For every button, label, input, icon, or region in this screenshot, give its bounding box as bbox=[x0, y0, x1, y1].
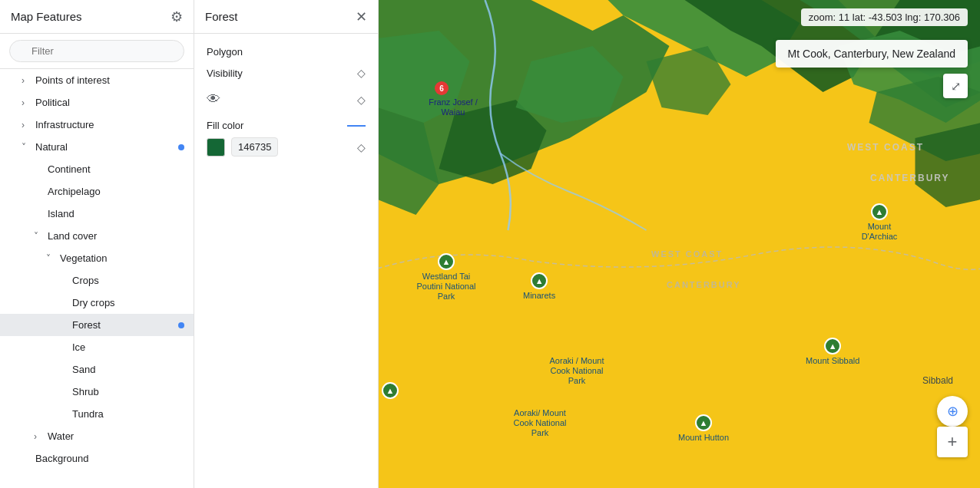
park-name-darchiac: Mount D'Archiac bbox=[849, 222, 910, 242]
sidebar-item-label: Archipelago bbox=[48, 186, 101, 197]
filter-wrap: ≡ bbox=[0, 34, 194, 69]
sidebar: Map Features ⚙ ≡ ›Points of interest›Pol… bbox=[0, 0, 194, 488]
sidebar-item-label: Points of interest bbox=[35, 74, 110, 86]
sidebar-item-water[interactable]: ›Water bbox=[0, 425, 194, 447]
fill-color-row: Fill color bbox=[207, 120, 366, 131]
polygon-section-title: Polygon bbox=[207, 46, 366, 58]
mount-hutton-marker: ▲ Mount Hutton bbox=[678, 414, 729, 443]
sidebar-item-crops[interactable]: Crops bbox=[0, 269, 194, 292]
color-hex-value[interactable]: 146735 bbox=[231, 137, 278, 157]
color-diamond-icon[interactable]: ◇ bbox=[357, 141, 366, 153]
westland-park-marker: ▲ Westland Tai Poutini National Park bbox=[416, 253, 477, 302]
sidebar-item-background[interactable]: Background bbox=[0, 447, 194, 470]
sidebar-item-infrastructure[interactable]: ›Infrastructure bbox=[0, 114, 194, 136]
sidebar-item-label: Dry crops bbox=[72, 297, 115, 308]
minarets-marker: ▲ Minarets bbox=[523, 272, 555, 301]
park-name-aoraki-2: Aoraki/ Mount Cook National Park bbox=[509, 408, 571, 439]
visibility-label: Visibility bbox=[207, 68, 243, 79]
sidebar-item-archipelago[interactable]: Archipelago bbox=[0, 180, 194, 203]
color-swatch[interactable] bbox=[207, 138, 225, 157]
fill-color-label: Fill color bbox=[207, 120, 243, 131]
park-badge-hutton: ▲ bbox=[695, 414, 712, 431]
sidebar-header: Map Features ⚙ bbox=[0, 0, 194, 34]
chevron-icon: › bbox=[22, 75, 31, 86]
sidebar-item-political[interactable]: ›Political bbox=[0, 91, 194, 114]
sidebar-item-label: Vegetation bbox=[60, 252, 107, 264]
park-badge-darchiac: ▲ bbox=[871, 203, 888, 220]
sidebar-item-label: Sand bbox=[72, 364, 95, 375]
sidebar-item-label: Island bbox=[48, 208, 74, 219]
sidebar-item-forest[interactable]: Forest bbox=[0, 314, 194, 336]
sidebar-item-points-of-interest[interactable]: ›Points of interest bbox=[0, 69, 194, 91]
sidebar-item-shrub[interactable]: Shrub bbox=[0, 381, 194, 403]
sidebar-item-tundra[interactable]: Tundra bbox=[0, 403, 194, 425]
park-name-aoraki-1: Aoraki / Mount Cook National Park bbox=[546, 356, 608, 387]
park-name-minarets: Minarets bbox=[523, 291, 555, 301]
aoraki-marker-2: Aoraki/ Mount Cook National Park bbox=[509, 407, 571, 439]
sidebar-item-sand[interactable]: Sand bbox=[0, 358, 194, 381]
location-badge: Mt Cook, Canterbury, New Zealand bbox=[776, 40, 968, 68]
sidebar-item-land-cover[interactable]: ˅Land cover bbox=[0, 225, 194, 247]
sidebar-item-dry-crops[interactable]: Dry crops bbox=[0, 292, 194, 314]
sidebar-item-label: Tundra bbox=[72, 408, 104, 420]
active-dot bbox=[178, 322, 184, 328]
park-name-westland: Westland Tai Poutini National Park bbox=[416, 272, 477, 302]
gear-icon[interactable]: ⚙ bbox=[171, 8, 183, 25]
mount-darchiac-marker: ▲ Mount D'Archiac bbox=[849, 203, 910, 242]
eye-diamond-icon[interactable]: ◇ bbox=[357, 94, 366, 106]
eye-icon[interactable]: 👁 bbox=[207, 91, 220, 107]
chevron-icon: ˅ bbox=[34, 231, 43, 242]
sidebar-item-label: Infrastructure bbox=[35, 119, 94, 130]
sidebar-item-label: Shrub bbox=[72, 386, 99, 397]
sidebar-item-label: Water bbox=[48, 430, 74, 442]
fullscreen-button[interactable]: ⤢ bbox=[943, 74, 968, 98]
filter-input[interactable] bbox=[9, 40, 184, 62]
mount-sibbald-marker: ▲ Mount Sibbald bbox=[806, 338, 859, 366]
sidebar-item-label: Continent bbox=[48, 163, 91, 175]
chevron-icon: ˅ bbox=[46, 253, 55, 264]
sidebar-item-label: Background bbox=[35, 453, 88, 464]
sidebar-tree: ›Points of interest›Political›Infrastruc… bbox=[0, 69, 194, 488]
visibility-row: Visibility ◇ bbox=[207, 67, 366, 79]
sidebar-item-label: Ice bbox=[72, 341, 85, 353]
sidebar-item-natural[interactable]: ˅Natural bbox=[0, 136, 194, 158]
sidebar-item-vegetation[interactable]: ˅Vegetation bbox=[0, 247, 194, 269]
park-badge-minarets: ▲ bbox=[531, 272, 548, 289]
sidebar-item-ice[interactable]: Ice bbox=[0, 336, 194, 358]
zoom-in-button[interactable]: + bbox=[937, 427, 968, 457]
sidebar-item-label: Land cover bbox=[48, 230, 97, 242]
aoraki-marker-3: ▲ bbox=[382, 382, 399, 399]
sidebar-item-label: Natural bbox=[35, 141, 68, 153]
park-badge-westland: ▲ bbox=[438, 253, 455, 270]
locate-button[interactable]: ⊕ bbox=[937, 396, 968, 427]
sidebar-item-label: Crops bbox=[72, 275, 99, 286]
sidebar-item-label: Political bbox=[35, 97, 70, 108]
minus-line bbox=[347, 125, 366, 127]
park-badge-aoraki-3: ▲ bbox=[382, 382, 399, 399]
chevron-icon: › bbox=[22, 120, 31, 130]
sidebar-item-label: Forest bbox=[72, 319, 101, 331]
sidebar-item-continent[interactable]: Continent bbox=[0, 158, 194, 180]
sidebar-title: Map Features bbox=[11, 10, 82, 23]
chevron-icon: ˅ bbox=[22, 142, 31, 153]
visibility-icon-row: 👁 ◇ bbox=[207, 91, 366, 107]
park-name-hutton: Mount Hutton bbox=[678, 433, 729, 443]
color-swatch-row: 146735 ◇ bbox=[207, 137, 366, 157]
panel-header: Forest ✕ bbox=[194, 0, 378, 34]
aoraki-marker-1: Aoraki / Mount Cook National Park bbox=[546, 354, 608, 387]
visibility-diamond-icon[interactable]: ◇ bbox=[357, 67, 366, 79]
sidebar-item-island[interactable]: Island bbox=[0, 203, 194, 225]
chevron-icon: › bbox=[22, 97, 31, 108]
map-container[interactable]: zoom: 11 lat: -43.503 lng: 170.306 bbox=[379, 0, 980, 488]
park-badge-sibbald: ▲ bbox=[824, 338, 841, 354]
park-name-sibbald: Mount Sibbald bbox=[806, 356, 859, 366]
close-icon[interactable]: ✕ bbox=[356, 8, 367, 25]
active-dot bbox=[178, 144, 184, 150]
sibbald-label: Sibbald bbox=[922, 374, 953, 386]
chevron-icon: › bbox=[34, 431, 43, 442]
panel-title: Forest bbox=[205, 10, 238, 23]
feature-panel: Forest ✕ Polygon Visibility ◇ 👁 ◇ Fill c… bbox=[194, 0, 379, 488]
panel-body: Polygon Visibility ◇ 👁 ◇ Fill color 1467… bbox=[194, 34, 378, 181]
